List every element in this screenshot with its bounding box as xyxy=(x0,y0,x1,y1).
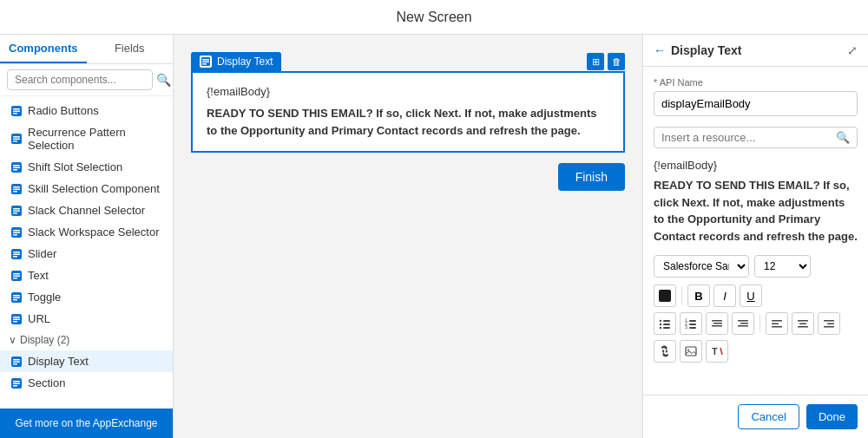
list-item[interactable]: Radio Buttons xyxy=(0,100,173,121)
align-left-button[interactable] xyxy=(766,312,788,335)
size-selector[interactable]: 10 11 12 14 16 18 xyxy=(754,255,811,278)
svg-rect-13 xyxy=(13,186,20,188)
svg-rect-72 xyxy=(772,326,782,328)
done-button[interactable]: Done xyxy=(806,404,858,429)
svg-rect-73 xyxy=(798,320,808,322)
svg-rect-3 xyxy=(13,113,17,114)
svg-rect-2 xyxy=(13,110,20,112)
svg-rect-29 xyxy=(13,273,20,275)
component-label: Display Text xyxy=(191,52,281,71)
decrease-indent-button[interactable] xyxy=(706,312,728,335)
svg-rect-42 xyxy=(13,361,20,363)
appexchange-button[interactable]: Get more on the AppExchange xyxy=(0,409,173,438)
tab-components[interactable]: Components xyxy=(0,35,87,63)
font-selector[interactable]: Salesforce Sans Arial Times New Roman xyxy=(654,255,749,278)
svg-rect-31 xyxy=(13,278,17,279)
component-icon xyxy=(10,248,23,260)
svg-rect-38 xyxy=(13,318,20,320)
list-item[interactable]: Toggle xyxy=(0,286,173,308)
component-icon xyxy=(10,270,23,282)
list-item-section[interactable]: Section xyxy=(0,372,173,394)
svg-point-52 xyxy=(660,320,661,322)
svg-rect-47 xyxy=(13,385,17,387)
expand-button[interactable]: ⤢ xyxy=(847,43,858,57)
svg-rect-74 xyxy=(799,324,806,325)
svg-rect-75 xyxy=(798,326,808,328)
resource-search-input[interactable] xyxy=(661,131,836,144)
italic-button[interactable]: I xyxy=(713,284,736,307)
list-item[interactable]: Shift Slot Selection xyxy=(0,156,173,178)
list-item[interactable]: URL xyxy=(0,308,173,330)
svg-rect-67 xyxy=(738,320,748,322)
panel-footer: Cancel Done xyxy=(643,395,868,438)
format-clear-button[interactable]: T xyxy=(706,340,728,363)
align-right-button[interactable] xyxy=(818,312,840,335)
component-header: Display Text ⊞ 🗑 xyxy=(191,52,625,71)
align-center-button[interactable] xyxy=(792,312,814,335)
panel-header-left: ← Display Text xyxy=(654,43,741,57)
list-item[interactable]: Slack Workspace Selector xyxy=(0,221,173,243)
delete-button[interactable]: 🗑 xyxy=(608,53,625,70)
back-arrow-icon[interactable]: ← xyxy=(654,43,666,57)
unordered-list-button[interactable] xyxy=(654,312,676,335)
search-icon-button[interactable]: 🔍 xyxy=(156,73,171,87)
search-icon: 🔍 xyxy=(156,73,171,87)
svg-rect-14 xyxy=(13,188,20,190)
api-name-input[interactable] xyxy=(654,91,858,116)
increase-indent-button[interactable] xyxy=(732,312,754,335)
sidebar: Components Fields 🔍 Radio Buttons Recurr… xyxy=(0,35,174,438)
preview-body: READY TO SEND THIS EMAIL? If so, click N… xyxy=(654,177,858,245)
svg-rect-23 xyxy=(13,234,17,236)
bold-button[interactable]: B xyxy=(687,284,710,307)
svg-rect-5 xyxy=(13,136,20,138)
svg-rect-69 xyxy=(738,325,748,327)
required-indicator: * xyxy=(654,77,660,88)
text-color-button[interactable] xyxy=(654,284,676,307)
svg-rect-71 xyxy=(772,324,779,325)
finish-button[interactable]: Finish xyxy=(558,163,625,191)
cancel-button[interactable]: Cancel xyxy=(738,404,799,429)
underline-button[interactable]: U xyxy=(740,284,762,307)
svg-rect-43 xyxy=(13,363,17,365)
svg-rect-17 xyxy=(13,208,20,210)
item-label: Radio Buttons xyxy=(28,104,99,117)
svg-rect-76 xyxy=(824,320,834,322)
svg-rect-34 xyxy=(13,297,20,298)
toolbar-divider xyxy=(681,287,682,304)
svg-rect-6 xyxy=(13,139,20,141)
item-label: Slider xyxy=(28,247,56,260)
format-row: Salesforce Sans Arial Times New Roman 10… xyxy=(654,255,858,278)
insert-image-button[interactable] xyxy=(680,340,702,363)
list-item[interactable]: Skill Selection Component xyxy=(0,178,173,199)
list-item[interactable]: Slider xyxy=(0,243,173,265)
sidebar-tabs: Components Fields xyxy=(0,35,173,64)
svg-rect-1 xyxy=(13,108,20,110)
item-label: Toggle xyxy=(28,291,61,304)
svg-rect-53 xyxy=(663,320,670,322)
search-input[interactable] xyxy=(7,69,153,90)
move-button[interactable]: ⊞ xyxy=(587,53,604,70)
list-item[interactable]: Text xyxy=(0,265,173,286)
item-label: Slack Workspace Selector xyxy=(28,226,160,239)
display-section-header[interactable]: ∨ Display (2) xyxy=(0,330,173,350)
svg-rect-9 xyxy=(13,165,20,167)
tab-fields[interactable]: Fields xyxy=(87,35,174,63)
list-item-display-text[interactable]: Display Text xyxy=(0,350,173,372)
chevron-down-icon: ∨ xyxy=(9,334,16,346)
insert-link-button[interactable] xyxy=(654,340,676,363)
search-box: 🔍 xyxy=(0,64,173,96)
svg-rect-57 xyxy=(663,327,670,329)
formatting-toolbar: B I U xyxy=(654,284,858,307)
svg-rect-79 xyxy=(686,347,696,356)
display-text-component[interactable]: {!emailBody} READY TO SEND THIS EMAIL? I… xyxy=(191,71,625,153)
svg-rect-70 xyxy=(772,320,782,322)
resource-search: 🔍 xyxy=(654,127,858,148)
list-item[interactable]: Slack Channel Selector xyxy=(0,199,173,221)
svg-rect-66 xyxy=(712,325,722,327)
item-label: Shift Slot Selection xyxy=(28,160,122,173)
panel-title: Display Text xyxy=(671,43,741,57)
svg-rect-35 xyxy=(13,299,17,301)
list-item[interactable]: Recurrence Pattern Selection xyxy=(0,121,173,156)
api-name-label: * API Name xyxy=(654,77,858,88)
ordered-list-button[interactable]: 1.2.3. xyxy=(680,312,702,335)
